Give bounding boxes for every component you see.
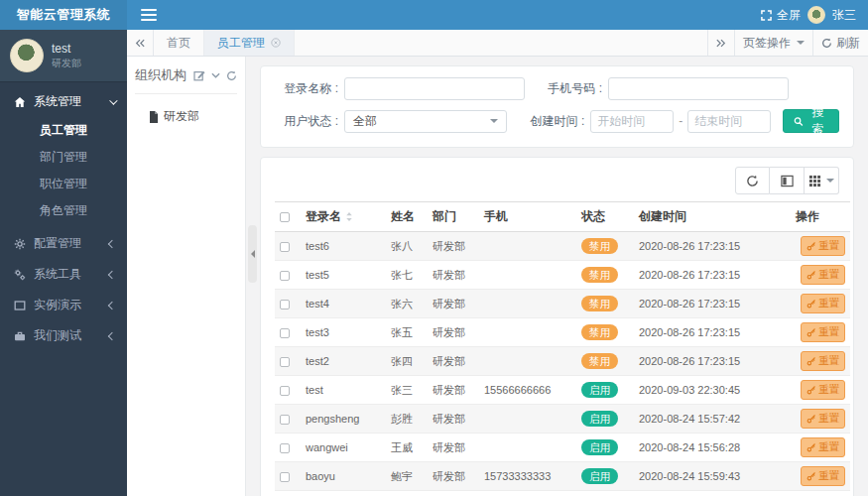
sidebar-item-config-management[interactable]: 配置管理 <box>0 228 127 259</box>
row-checkbox[interactable] <box>280 415 290 425</box>
reset-password-button[interactable]: 重置 <box>801 236 845 256</box>
user-status-select[interactable]: 全部 <box>344 110 507 133</box>
table-row: pengsheng彭胜研发部启用2020-08-24 15:57:42重置 <box>275 405 850 434</box>
reset-password-button[interactable]: 重置 <box>801 294 845 313</box>
tree-node-rd-department[interactable]: 研发部 <box>135 94 237 125</box>
row-checkbox[interactable] <box>280 242 290 252</box>
sidebar-item-position-management[interactable]: 职位管理 <box>0 171 127 197</box>
sidebar-item-demo[interactable]: 实例演示 <box>0 290 127 320</box>
reset-password-button[interactable]: 重置 <box>801 322 845 342</box>
row-checkbox[interactable] <box>280 472 290 482</box>
tabs-scroll-left-button[interactable] <box>127 30 154 56</box>
cell-phone: 15566666666 <box>479 376 576 405</box>
card-view-toggle-button[interactable] <box>770 167 805 194</box>
row-checkbox[interactable] <box>280 328 290 338</box>
sidebar-item-role-management[interactable]: 角色管理 <box>0 197 127 224</box>
cell-dept: 研发部 <box>428 405 479 434</box>
tabs-scroll-right-button[interactable] <box>707 30 734 56</box>
user-dept: 研发部 <box>52 57 81 69</box>
content-area: 登录名称 : 手机号码 : 用户状态 : 全部 创建时间 : - <box>260 57 868 496</box>
card-view-icon <box>781 175 794 187</box>
login-name-label: 登录名称 : <box>275 80 338 97</box>
cell-created: 2020-08-26 17:23:15 <box>634 318 791 347</box>
cell-dept: 研发部 <box>428 434 479 462</box>
cell-phone: 15733333333 <box>479 462 576 491</box>
reset-password-button[interactable]: 重置 <box>801 409 845 429</box>
app-window: 智能云管理系统 全屏 张三 test 研发部 系统管理 <box>0 0 868 496</box>
cell-phone <box>479 434 576 462</box>
table-panel: 登录名 姓名 部门 手机 状态 创建时间 操作 <box>260 157 854 496</box>
sidebar-item-system-management[interactable]: 系统管理 <box>0 86 127 117</box>
edit-icon[interactable] <box>193 69 205 81</box>
key-icon <box>806 241 816 251</box>
key-icon <box>806 270 816 280</box>
row-checkbox[interactable] <box>280 386 290 396</box>
refresh-tree-icon[interactable] <box>226 70 237 81</box>
reset-password-button[interactable]: 重置 <box>801 351 845 371</box>
chevron-left-icon <box>251 250 255 258</box>
sidebar-toggle-icon[interactable] <box>141 6 157 24</box>
reset-password-button[interactable]: 重置 <box>801 380 845 400</box>
chevron-left-icon <box>108 239 116 247</box>
table-body: test6张八研发部禁用2020-08-26 17:23:15重置test5张七… <box>275 232 850 491</box>
login-name-input[interactable] <box>344 77 525 100</box>
row-checkbox[interactable] <box>280 300 290 310</box>
cell-dept: 研发部 <box>428 290 479 318</box>
cell-phone <box>479 318 576 347</box>
row-checkbox[interactable] <box>280 271 290 281</box>
status-badge: 禁用 <box>581 238 618 254</box>
cell-login: test2 <box>301 347 386 376</box>
search-button[interactable]: 搜索 <box>783 109 839 133</box>
key-icon <box>806 385 816 395</box>
tab-home[interactable]: 首页 <box>154 30 204 56</box>
col-name: 姓名 <box>386 202 428 232</box>
reset-password-button[interactable]: 重置 <box>801 466 845 486</box>
close-icon[interactable] <box>271 38 281 48</box>
sidebar-item-our-test[interactable]: 我们测试 <box>0 320 127 351</box>
table-row: test3张五研发部禁用2020-08-26 17:23:15重置 <box>275 318 850 347</box>
status-badge: 启用 <box>581 411 618 427</box>
user-avatar[interactable] <box>10 39 44 72</box>
row-checkbox[interactable] <box>280 357 290 367</box>
status-badge: 禁用 <box>581 296 618 311</box>
tab-employee-management[interactable]: 员工管理 <box>204 30 295 56</box>
sort-icon[interactable] <box>345 211 353 222</box>
tab-bar: 首页 员工管理 页签操作 刷新 <box>127 30 868 57</box>
caret-down-icon <box>490 119 498 123</box>
row-checkbox[interactable] <box>280 443 290 453</box>
table-row: wangwei王威研发部启用2020-08-24 15:56:28重置 <box>275 434 850 462</box>
home-icon <box>14 96 26 108</box>
sidebar-item-employee-management[interactable]: 员工管理 <box>0 117 127 144</box>
navbar-avatar[interactable] <box>807 6 825 24</box>
chevron-left-icon <box>108 301 116 309</box>
cell-created: 2020-08-26 17:23:15 <box>634 290 791 318</box>
submenu-system-management: 员工管理 部门管理 职位管理 角色管理 <box>0 117 127 228</box>
status-badge: 禁用 <box>581 267 618 283</box>
key-icon <box>806 442 816 452</box>
sidebar-item-department-management[interactable]: 部门管理 <box>0 144 127 171</box>
reset-password-button[interactable]: 重置 <box>801 437 845 457</box>
search-icon <box>794 116 804 127</box>
phone-input[interactable] <box>608 77 789 100</box>
start-time-input[interactable] <box>590 110 674 133</box>
fullscreen-button[interactable]: 全屏 <box>761 7 801 24</box>
reset-password-button[interactable]: 重置 <box>801 265 845 285</box>
columns-dropdown-button[interactable] <box>805 167 839 194</box>
table-row: test4张六研发部禁用2020-08-26 17:23:15重置 <box>275 290 850 318</box>
sidebar-item-system-tools[interactable]: 系统工具 <box>0 259 127 290</box>
tab-operations-dropdown[interactable]: 页签操作 <box>734 30 812 56</box>
key-icon <box>806 327 816 337</box>
panel-collapse-handle[interactable] <box>248 225 257 283</box>
tab-refresh-button[interactable]: 刷新 <box>812 30 868 56</box>
user-menu[interactable]: 张三 <box>832 7 856 24</box>
cell-created: 2020-08-26 17:23:15 <box>634 347 791 376</box>
end-time-input[interactable] <box>687 110 771 133</box>
cell-name: 王威 <box>386 434 428 462</box>
key-icon <box>806 414 816 424</box>
refresh-table-button[interactable] <box>735 167 770 194</box>
chevron-left-icon <box>108 270 116 278</box>
pagination-info: 显示第 1 到第 9 条记录，总共 9 条记录 <box>275 491 839 496</box>
collapse-tree-icon[interactable] <box>211 72 220 79</box>
select-all-checkbox[interactable] <box>280 212 290 222</box>
table-row: test2张四研发部禁用2020-08-26 17:23:15重置 <box>275 347 850 376</box>
